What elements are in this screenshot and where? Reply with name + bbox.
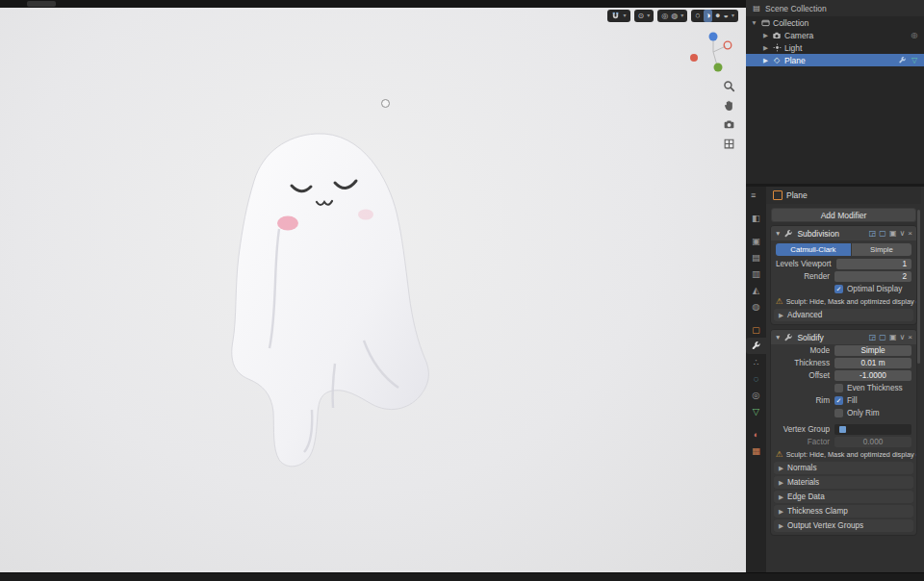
tab-scene[interactable]: ◭ <box>746 282 766 298</box>
expand-arrow-icon[interactable]: ▶ <box>762 57 769 64</box>
expand-arrow-icon[interactable]: ▶ <box>762 44 769 52</box>
rendered-shading-icon[interactable]: ◒ <box>724 10 729 22</box>
modifier-extras-icon[interactable]: ∨ <box>899 330 905 344</box>
gizmo-z-axis[interactable] <box>709 33 718 41</box>
outliner-header[interactable]: ▤ Scene Collection <box>746 0 924 16</box>
optimal-display-checkbox[interactable]: ✓ <box>834 285 843 293</box>
tab-object[interactable]: ▢ <box>746 321 766 338</box>
camera-view-icon[interactable] <box>722 117 736 132</box>
modifier-close-icon[interactable]: × <box>908 226 912 240</box>
tab-physics[interactable]: ◌ <box>746 370 766 387</box>
properties-scrollbar[interactable] <box>917 210 920 364</box>
display-render-toggle[interactable]: ▣ <box>889 330 897 344</box>
ghost-body[interactable] <box>232 134 429 467</box>
shading-dropdown-icon[interactable]: ▾ <box>732 10 734 22</box>
simple-button[interactable]: Simple <box>852 243 911 256</box>
modifier-name[interactable]: Solidify <box>797 333 823 342</box>
display-edit-mode-toggle[interactable]: ◲ <box>869 330 877 344</box>
tab-output[interactable]: ▤ <box>746 249 766 265</box>
solidify-header[interactable]: ▼ Solidify ◲ ▢ ▣ ∨ × <box>771 330 916 344</box>
snap-dropdown-icon[interactable]: ▾ <box>624 10 627 22</box>
tab-world[interactable]: ◍ <box>746 298 766 315</box>
even-thickness-checkbox[interactable] <box>834 384 843 392</box>
tab-object-data[interactable]: ▽ <box>746 403 766 419</box>
topbar-menu[interactable] <box>27 1 56 7</box>
outliner-row-plane[interactable]: ▶ ◇ Plane ▽ <box>746 54 924 66</box>
material-shading-icon[interactable]: ● <box>715 10 720 22</box>
breadcrumb-object-name[interactable]: Plane <box>786 190 808 200</box>
outliner-filter-icon[interactable]: ▤ <box>752 4 761 13</box>
materials-subpanel[interactable]: ▶ Materials <box>774 476 913 489</box>
modifier-extras-icon[interactable]: ∨ <box>899 226 905 240</box>
ghost-model[interactable] <box>219 121 443 479</box>
tab-texture[interactable]: ▦ <box>746 442 766 459</box>
3d-viewport[interactable]: ▾ ⊙ ▾ ◎ ◍ ▾ ○ ◑ ● ◒ ▾ <box>0 8 746 572</box>
outliner-item-label[interactable]: Light <box>784 43 802 53</box>
levels-viewport-field[interactable]: 1 <box>836 259 911 269</box>
offset-field[interactable]: -1.0000 <box>834 370 911 381</box>
tab-tool[interactable]: ◧ <box>746 210 766 226</box>
gizmo-x-axis-neg[interactable] <box>724 41 732 49</box>
gizmo-x-axis[interactable] <box>690 54 698 62</box>
outliner-item-label[interactable]: Collection <box>773 18 808 28</box>
modifier-close-icon[interactable]: × <box>908 330 912 344</box>
wireframe-shading-icon[interactable]: ○ <box>695 10 700 22</box>
overlay-controls[interactable]: ◎ ◍ ▾ <box>657 10 687 22</box>
vertex-group-field[interactable] <box>834 424 911 435</box>
rim-fill-checkbox[interactable]: ✓ <box>834 396 843 405</box>
tab-modifiers[interactable] <box>746 338 766 354</box>
expand-arrow-icon[interactable]: ▼ <box>751 19 757 26</box>
navigation-gizmo[interactable] <box>688 27 738 77</box>
collapse-arrow-icon[interactable]: ▼ <box>775 334 781 341</box>
tab-render[interactable]: ▣ <box>746 233 766 249</box>
display-realtime-toggle[interactable]: ▢ <box>879 226 886 240</box>
only-rim-checkbox[interactable] <box>834 409 843 417</box>
overlays-icon[interactable]: ◍ <box>671 10 678 22</box>
output-vertex-groups-subpanel[interactable]: ▶ Output Vertex Groups <box>774 519 913 532</box>
zoom-icon[interactable] <box>722 79 736 93</box>
show-gizmo-icon[interactable]: ◎ <box>661 10 668 22</box>
magnet-icon[interactable] <box>611 12 621 21</box>
grid-ortho-icon[interactable] <box>722 137 736 151</box>
display-render-toggle[interactable]: ▣ <box>889 226 897 240</box>
thickness-clamp-subpanel[interactable]: ▶ Thickness Clamp <box>774 505 913 518</box>
editor-type-icon[interactable]: ≡ <box>751 190 756 200</box>
modifier-name[interactable]: Subdivision <box>797 229 838 239</box>
display-realtime-toggle[interactable]: ▢ <box>879 330 886 344</box>
collapse-arrow-icon[interactable]: ▼ <box>775 230 781 237</box>
outliner-item-label[interactable]: Camera <box>784 31 813 40</box>
outliner-row-camera[interactable]: ▶ Camera ◎ <box>746 29 924 41</box>
tab-material[interactable]: ◐ <box>746 426 766 442</box>
tab-particles[interactable]: ∴ <box>746 354 766 370</box>
thickness-field[interactable]: 0.01 m <box>834 358 911 368</box>
modifier-badge-icon[interactable] <box>897 56 907 65</box>
tab-constraints[interactable]: ◎ <box>746 387 766 403</box>
modifier-icon <box>783 333 793 342</box>
pan-hand-icon[interactable] <box>722 98 736 113</box>
left-cheek <box>277 216 298 231</box>
outliner-item-label[interactable]: Plane <box>784 56 806 65</box>
normals-subpanel[interactable]: ▶ Normals <box>774 462 913 474</box>
tab-view-layer[interactable]: ▥ <box>746 265 766 282</box>
advanced-subpanel[interactable]: ▶ Advanced <box>774 309 913 321</box>
mesh-data-icon[interactable]: ▽ <box>910 56 919 65</box>
snap-controls[interactable]: ▾ <box>607 10 630 22</box>
offset-row: Offset -1.0000 <box>771 369 916 382</box>
camera-data-icon[interactable]: ◎ <box>910 31 919 40</box>
overlays-dropdown-icon[interactable]: ▾ <box>680 10 683 22</box>
subdivision-header[interactable]: ▼ Subdivision ◲ ▢ ▣ ∨ × <box>771 226 916 240</box>
display-edit-mode-toggle[interactable]: ◲ <box>869 226 877 240</box>
outliner-row-collection[interactable]: ▼ Collection <box>746 16 924 29</box>
outliner-row-light[interactable]: ▶ Light <box>746 41 924 54</box>
solid-shading-icon[interactable]: ◑ <box>704 10 712 22</box>
gizmo-y-axis[interactable] <box>714 63 723 72</box>
edge-data-subpanel[interactable]: ▶ Edge Data <box>774 491 913 503</box>
proportional-edit-icon[interactable]: ⊙ <box>638 10 645 22</box>
catmull-clark-button[interactable]: Catmull-Clark <box>776 243 851 256</box>
add-modifier-button[interactable]: Add Modifier <box>771 208 916 222</box>
proportional-edit-controls[interactable]: ⊙ ▾ <box>634 10 654 22</box>
render-levels-field[interactable]: 2 <box>834 271 911 282</box>
proportional-dropdown-icon[interactable]: ▾ <box>647 10 650 22</box>
expand-arrow-icon[interactable]: ▶ <box>762 32 769 39</box>
mode-dropdown[interactable]: Simple <box>834 345 911 356</box>
